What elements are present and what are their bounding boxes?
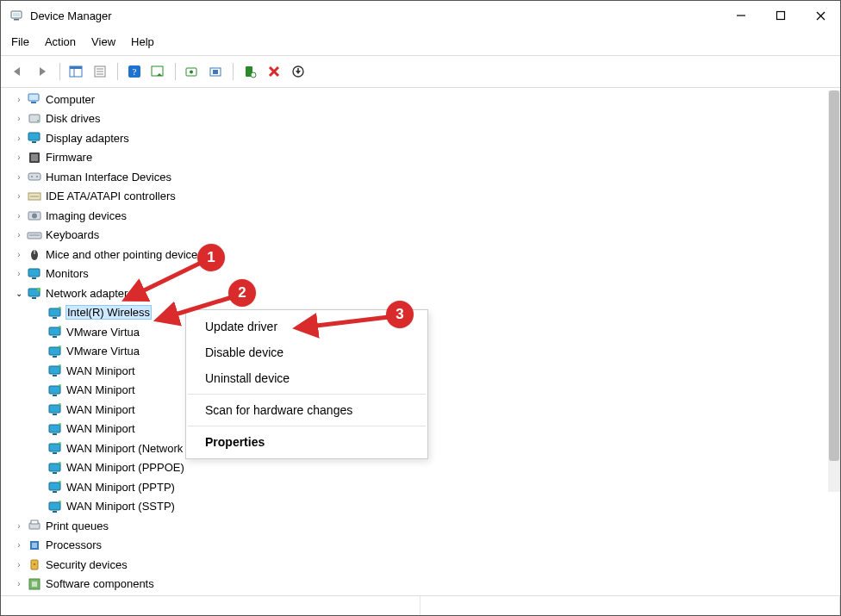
chevron-right-icon[interactable]: › [13, 521, 25, 531]
svg-rect-45 [28, 269, 40, 277]
tree-item[interactable]: ⌄Network adapters [13, 283, 828, 303]
back-button[interactable] [8, 60, 30, 83]
chevron-right-icon[interactable]: › [13, 230, 25, 240]
tree-item[interactable]: VMware Virtua [34, 342, 828, 362]
tree-item[interactable]: VMware Virtua [34, 322, 828, 342]
context-menu-separator [188, 394, 426, 395]
toolbar-separator [233, 63, 234, 80]
tree-item-label: Firmware [46, 151, 92, 164]
tree-item[interactable]: WAN Miniport (Network Monitor) [34, 439, 828, 458]
update-driver-toolbar-button[interactable] [181, 60, 203, 83]
toolbar: ? [1, 55, 840, 88]
security-icon [27, 557, 42, 572]
tree-item[interactable]: WAN Miniport [34, 361, 828, 381]
tree-item[interactable]: ›IDE ATA/ATAPI controllers [13, 187, 828, 207]
menu-view[interactable]: View [91, 35, 115, 48]
tree-item[interactable]: ›Monitors [13, 264, 828, 284]
tree-item[interactable]: WAN Miniport (PPPOE) [34, 458, 828, 478]
tree-item[interactable]: WAN Miniport (SSTP) [34, 497, 828, 517]
context-menu-item[interactable]: Disable device [186, 339, 427, 365]
svg-rect-67 [53, 472, 57, 474]
tree-item[interactable]: WAN Miniport [34, 381, 828, 401]
disable-device-toolbar-button[interactable] [287, 60, 309, 83]
tree-item-label: Computer [46, 93, 95, 106]
tree-item[interactable]: WAN Miniport (PPTP) [34, 477, 828, 497]
net-icon [47, 401, 63, 417]
chevron-right-icon[interactable]: › [13, 172, 25, 182]
chevron-right-icon[interactable]: › [13, 579, 25, 588]
tree-item-label: Print queues [46, 520, 109, 532]
tree-item-label: Software components [46, 577, 154, 590]
net-icon [47, 460, 63, 476]
svg-rect-2 [14, 19, 19, 21]
context-menu-item[interactable]: Uninstall device [186, 365, 427, 391]
add-legacy-hardware-button[interactable] [205, 60, 227, 83]
context-menu-item[interactable]: Properties [186, 429, 427, 455]
tree-item-label: Imaging devices [46, 209, 127, 222]
tree-item[interactable]: ›Human Interface Devices [13, 167, 828, 187]
tree-item[interactable]: ›Security devices [13, 555, 828, 575]
menu-file[interactable]: File [11, 35, 29, 48]
hid-icon [27, 169, 42, 184]
svg-rect-51 [53, 317, 57, 319]
maximize-button[interactable] [761, 1, 801, 30]
firmware-icon [27, 150, 42, 165]
svg-rect-48 [32, 297, 36, 299]
svg-rect-26 [28, 94, 39, 101]
scan-hardware-button[interactable] [147, 60, 170, 83]
net-icon [47, 440, 63, 456]
svg-rect-4 [777, 12, 785, 20]
chevron-right-icon[interactable]: › [13, 540, 25, 550]
close-button[interactable] [801, 1, 840, 30]
tree-item[interactable]: ›Processors [13, 536, 828, 556]
tree-item-label: WAN Miniport (PPPOE) [66, 461, 184, 474]
tree-item[interactable]: ›Mice and other pointing devices [13, 245, 828, 264]
chevron-right-icon[interactable]: › [13, 191, 25, 201]
tree-item[interactable]: ›Print queues [13, 516, 828, 536]
chevron-right-icon[interactable]: › [13, 269, 25, 278]
chevron-right-icon[interactable]: › [13, 134, 25, 143]
chevron-right-icon[interactable]: › [13, 95, 25, 104]
chevron-right-icon[interactable]: › [13, 211, 25, 221]
tree-item-label: Monitors [46, 267, 89, 280]
menu-help[interactable]: Help [131, 35, 154, 48]
vertical-scrollbar[interactable] [828, 90, 840, 492]
chevron-down-icon[interactable]: ⌄ [13, 289, 25, 298]
chevron-right-icon[interactable]: › [13, 560, 25, 569]
svg-point-18 [190, 71, 193, 74]
chevron-right-icon[interactable]: › [13, 114, 25, 123]
show-hide-console-tree-button[interactable] [65, 60, 88, 83]
tree-item[interactable]: WAN Miniport [34, 420, 828, 439]
uninstall-device-button[interactable] [263, 60, 285, 83]
network-icon [27, 285, 42, 301]
chevron-right-icon[interactable]: › [13, 250, 25, 259]
tree-item[interactable]: Intel(R) Wireless [34, 303, 828, 323]
device-manager-window: Device Manager File Action View Help ? ›… [0, 0, 841, 616]
enable-device-button[interactable] [239, 60, 261, 83]
forward-button[interactable] [32, 60, 54, 83]
net-icon [47, 421, 63, 437]
minimize-button[interactable] [721, 1, 761, 30]
svg-point-49 [37, 288, 40, 291]
annotation-badge: 1 [197, 244, 225, 271]
svg-point-35 [31, 176, 33, 177]
tree-item-label: VMware Virtua [66, 345, 140, 358]
tree-item-label: WAN Miniport (PPTP) [66, 481, 175, 494]
context-menu-item[interactable]: Scan for hardware changes [186, 397, 427, 423]
tree-item[interactable]: ›Imaging devices [13, 206, 828, 226]
tree-item[interactable]: ›Display adapters [13, 128, 828, 148]
properties-toolbar-button[interactable] [90, 60, 112, 83]
help-toolbar-button[interactable]: ? [123, 60, 146, 83]
svg-rect-71 [53, 511, 57, 513]
tree-item[interactable]: ›Firmware [13, 148, 828, 168]
scrollbar-thumb[interactable] [829, 90, 839, 461]
tree-item[interactable]: ›Keyboards [13, 226, 828, 246]
tree-item[interactable]: ›Computer [13, 90, 828, 109]
display-icon [27, 130, 42, 146]
context-menu-separator [188, 426, 426, 426]
tree-item[interactable]: ›Software components [13, 575, 828, 593]
chevron-right-icon[interactable]: › [13, 152, 25, 162]
tree-item[interactable]: WAN Miniport [34, 400, 828, 420]
menu-action[interactable]: Action [45, 35, 76, 48]
tree-item[interactable]: ›Disk drives [13, 109, 828, 129]
